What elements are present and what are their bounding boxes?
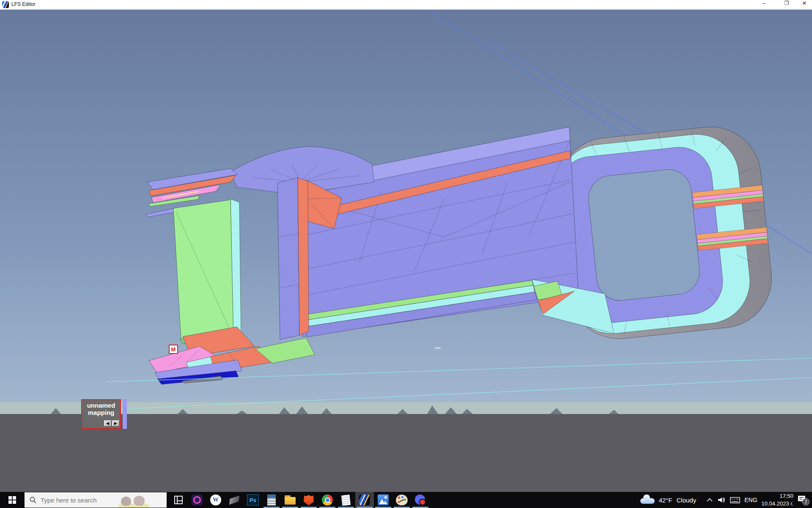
horizon-band [0, 402, 812, 414]
viewport-3d-model[interactable] [0, 0, 812, 508]
photoshop-button[interactable]: Ps [244, 492, 262, 508]
app-icon [2, 1, 9, 8]
clock-date: 10.04.2023 г. [762, 500, 793, 508]
paint-icon [396, 494, 408, 505]
calculator-icon [267, 494, 276, 505]
language-indicator[interactable]: ENG [744, 497, 757, 503]
title-bar: LFS Editor – ❐ ✕ [0, 0, 812, 10]
wiki-icon: W [210, 494, 221, 505]
taskbar: W Ps [0, 492, 812, 508]
box-next-arrow[interactable]: ► [112, 420, 119, 426]
box-prev-arrow[interactable]: ◄ [104, 420, 111, 426]
elephant-icon [134, 496, 145, 506]
paint-button[interactable] [392, 492, 411, 508]
clock-time: 17:50 [762, 492, 793, 500]
brave-button[interactable] [299, 492, 318, 508]
clock[interactable]: 17:50 10.04.2023 г. [762, 492, 793, 507]
calculator-button[interactable] [262, 492, 281, 508]
notification-badge: 2 [802, 498, 809, 505]
wedge-app-icon [229, 495, 239, 505]
search-doodle [118, 492, 150, 508]
close-button[interactable]: ✕ [797, 0, 812, 9]
window-title: LFS Editor [11, 1, 36, 7]
restore-button[interactable]: ❐ [778, 0, 795, 9]
file-explorer-button[interactable] [281, 492, 299, 508]
ring-app-button[interactable] [188, 492, 206, 508]
start-button[interactable] [0, 492, 25, 508]
task-view-button[interactable] [169, 492, 188, 508]
chrome-icon [322, 494, 333, 505]
notification-badge-dot [419, 499, 426, 505]
weather-cloud-icon [640, 495, 655, 505]
ring-app-icon [192, 494, 203, 505]
current-mapping-box[interactable]: unnamed mapping ◄ ► [81, 399, 121, 429]
lfs-editor-taskbar-button[interactable] [355, 492, 374, 508]
search-box[interactable] [25, 492, 167, 508]
photoshop-icon: Ps [247, 494, 259, 505]
chat-app-icon [415, 494, 426, 505]
file-explorer-icon [285, 495, 296, 505]
photos-icon [378, 494, 389, 505]
chrome-button[interactable] [318, 492, 337, 508]
green-panel [173, 199, 241, 344]
system-tray: 42°F Cloudy ENG 17:50 10.04.2023 г. 2 [640, 492, 812, 507]
wedge-app-button[interactable] [225, 492, 244, 508]
weather-condition[interactable]: Cloudy [677, 497, 697, 504]
keyboard-icon[interactable] [730, 497, 740, 503]
current-mapping-line2: mapping [82, 409, 120, 416]
small-dash-marker [435, 347, 441, 349]
mapping-marker[interactable]: M [169, 345, 178, 354]
search-icon [30, 497, 36, 503]
mapping-scrollbar[interactable] [123, 399, 127, 429]
brave-icon [304, 494, 314, 505]
wiki-app-button[interactable]: W [206, 492, 225, 508]
hidden-icons-chevron[interactable] [706, 498, 713, 502]
current-mapping-line1: unnamed [82, 402, 120, 409]
search-input[interactable] [40, 496, 118, 504]
weather-temp[interactable]: 42°F [659, 497, 672, 504]
speaker-icon[interactable] [717, 497, 726, 503]
photos-button[interactable] [374, 492, 392, 508]
lfs-editor-icon [359, 494, 370, 505]
chat-app-button[interactable] [411, 492, 430, 508]
task-view-icon [174, 496, 183, 504]
notepad-button[interactable] [337, 492, 355, 508]
notepad-icon [341, 494, 351, 506]
minimize-button[interactable]: – [755, 0, 772, 9]
elephant-icon [121, 497, 131, 506]
action-center-button[interactable]: 2 [798, 495, 809, 505]
start-icon [8, 496, 16, 504]
